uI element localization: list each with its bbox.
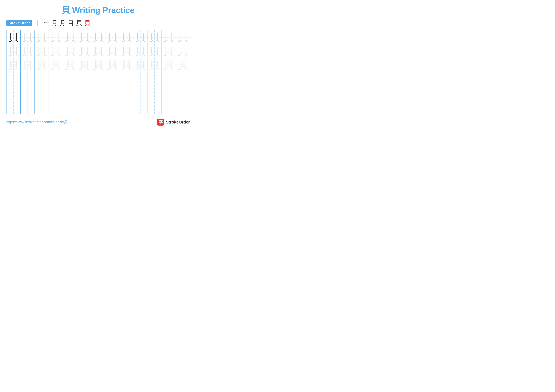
stroke-4: 月	[60, 19, 66, 27]
character-guide: 貝	[65, 59, 75, 71]
table-row	[7, 100, 190, 114]
grid-cell[interactable]	[63, 86, 77, 100]
grid-cell[interactable]: 貝	[35, 44, 49, 58]
grid-cell[interactable]	[63, 100, 77, 114]
stroke-2: 𠂉	[43, 20, 49, 27]
grid-cell[interactable]	[91, 100, 105, 114]
character-guide: 貝	[135, 32, 145, 43]
grid-cell[interactable]	[35, 72, 49, 86]
character-guide: 貝	[178, 32, 188, 43]
grid-cell[interactable]	[119, 86, 133, 100]
stroke-5: 目	[68, 19, 74, 27]
grid-cell[interactable]: 貝	[91, 58, 105, 72]
grid-cell[interactable]	[7, 100, 21, 114]
grid-cell[interactable]: 貝	[49, 44, 63, 58]
grid-cell[interactable]	[133, 72, 147, 86]
character-guide: 貝	[51, 32, 61, 43]
grid-cell[interactable]: 貝	[91, 44, 105, 58]
grid-cell[interactable]	[91, 86, 105, 100]
grid-cell[interactable]	[7, 86, 21, 100]
grid-cell[interactable]: 貝	[133, 30, 147, 44]
grid-cell[interactable]: 貝	[105, 58, 119, 72]
grid-cell[interactable]: 貝	[21, 58, 35, 72]
footer-logo: 字 StrokeOrder	[157, 119, 190, 126]
grid-cell[interactable]	[119, 100, 133, 114]
grid-cell[interactable]: 貝	[147, 44, 161, 58]
grid-cell[interactable]: 貝	[105, 44, 119, 58]
grid-cell[interactable]: 貝	[7, 58, 21, 72]
character-guide: 貝	[22, 59, 33, 71]
grid-cell[interactable]	[49, 72, 63, 86]
grid-cell[interactable]: 貝	[63, 30, 77, 44]
stroke-order-badge: Stroke Order	[6, 20, 32, 26]
grid-cell[interactable]	[147, 72, 161, 86]
grid-cell[interactable]	[119, 72, 133, 86]
grid-cell[interactable]: 貝	[91, 30, 105, 44]
grid-cell[interactable]	[49, 86, 63, 100]
grid-cell[interactable]: 貝	[147, 58, 161, 72]
grid-cell[interactable]	[77, 86, 91, 100]
character-guide: 貝	[178, 59, 188, 71]
grid-cell[interactable]	[133, 100, 147, 114]
grid-cell[interactable]	[77, 100, 91, 114]
grid-cell[interactable]: 貝	[63, 58, 77, 72]
grid-cell[interactable]	[77, 72, 91, 86]
grid-cell[interactable]: 貝	[175, 30, 190, 44]
grid-cell[interactable]	[175, 72, 190, 86]
grid-cell[interactable]	[91, 72, 105, 86]
grid-cell[interactable]	[175, 100, 190, 114]
grid-cell[interactable]	[35, 100, 49, 114]
grid-cell[interactable]: 貝	[119, 30, 133, 44]
grid-cell[interactable]	[105, 100, 119, 114]
grid-cell[interactable]	[105, 86, 119, 100]
grid-cell[interactable]: 貝	[35, 58, 49, 72]
grid-cell[interactable]: 貝	[175, 44, 190, 58]
grid-cell[interactable]	[49, 100, 63, 114]
character-guide: 貝	[93, 46, 103, 57]
character-guide: 貝	[22, 46, 33, 57]
grid-cell[interactable]: 貝	[63, 44, 77, 58]
grid-cell[interactable]	[35, 86, 49, 100]
grid-cell[interactable]: 貝	[77, 58, 91, 72]
grid-cell[interactable]: 貝	[77, 30, 91, 44]
grid-cell[interactable]: 貝	[161, 30, 175, 44]
grid-cell[interactable]: 貝	[133, 44, 147, 58]
grid-cell[interactable]	[105, 72, 119, 86]
grid-cell[interactable]: 貝	[49, 30, 63, 44]
grid-cell[interactable]: 貝	[119, 44, 133, 58]
grid-cell[interactable]	[63, 72, 77, 86]
grid-cell[interactable]: 貝	[161, 58, 175, 72]
grid-cell[interactable]	[161, 72, 175, 86]
stroke-1: 丨	[35, 19, 41, 27]
character-guide: 貝	[79, 59, 89, 71]
grid-cell[interactable]: 貝	[49, 58, 63, 72]
grid-cell[interactable]	[21, 100, 35, 114]
grid-cell[interactable]: 貝	[77, 44, 91, 58]
grid-cell[interactable]: 貝	[119, 58, 133, 72]
character-guide: 貝	[37, 46, 47, 57]
grid-cell[interactable]	[161, 100, 175, 114]
grid-cell[interactable]	[161, 86, 175, 100]
grid-cell[interactable]	[147, 100, 161, 114]
grid-cell[interactable]	[7, 72, 21, 86]
grid-cell[interactable]: 貝	[161, 44, 175, 58]
grid-cell[interactable]	[175, 86, 190, 100]
footer-link[interactable]: https://www.strokeorder.com/chinese/貝	[6, 120, 67, 124]
character-guide: 貝	[135, 46, 145, 57]
grid-cell[interactable]	[147, 86, 161, 100]
grid-cell[interactable]: 貝	[147, 30, 161, 44]
grid-cell[interactable]	[21, 72, 35, 86]
grid-cell[interactable]: 貝	[7, 30, 21, 44]
character-guide: 貝	[149, 32, 160, 43]
grid-cell[interactable]: 貝	[105, 30, 119, 44]
table-row: 貝 貝 貝 貝 貝 貝 貝 貝 貝 貝 貝 貝 貝	[7, 30, 190, 44]
grid-cell[interactable]	[21, 86, 35, 100]
grid-cell[interactable]: 貝	[21, 30, 35, 44]
grid-cell[interactable]: 貝	[35, 30, 49, 44]
grid-cell[interactable]: 貝	[175, 58, 190, 72]
grid-cell[interactable]: 貝	[21, 44, 35, 58]
stroke-7: 貝	[84, 19, 90, 27]
grid-cell[interactable]: 貝	[7, 44, 21, 58]
grid-cell[interactable]: 貝	[133, 58, 147, 72]
grid-cell[interactable]	[133, 86, 147, 100]
